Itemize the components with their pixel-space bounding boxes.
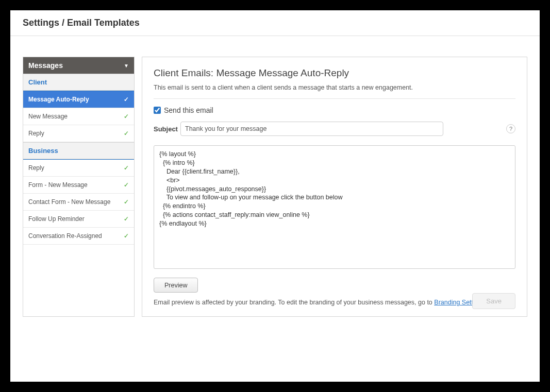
preview-button[interactable]: Preview [154,278,198,293]
check-icon: ✓ [124,164,129,172]
divider [154,98,515,99]
sidebar-item-label: Contact Form - New Message [28,198,110,206]
page-title: Settings / Email Templates [23,18,527,28]
send-email-checkbox[interactable] [154,107,161,114]
sidebar-item-label: Reply [28,164,44,172]
subject-input[interactable] [180,122,443,136]
check-icon: ✓ [124,130,129,137]
main-title: Client Emails: Message Message Auto-Repl… [154,67,515,79]
branding-note: Email preview is affected by your brandi… [154,299,515,306]
sidebar-item-label: Message Auto-Reply [28,96,89,103]
note-text: Email preview is affected by your brandi… [154,299,434,306]
send-email-label: Send this email [164,106,213,114]
sidebar-item-contact-form-new-message[interactable]: Contact Form - New Message ✓ [23,194,134,211]
main-panel: Client Emails: Message Message Auto-Repl… [142,57,527,317]
sidebar-item-label: Form - New Message [28,181,88,189]
check-icon: ✓ [124,113,129,120]
sidebar-item-label: Reply [28,130,44,137]
sidebar-category-business[interactable]: Business [23,142,134,159]
sidebar-header[interactable]: Messages ▼ [23,57,134,74]
subject-label: Subject [154,125,180,133]
check-icon: ✓ [124,215,129,223]
sidebar-item-follow-up-reminder[interactable]: Follow Up Reminder ✓ [23,211,134,228]
sidebar-item-new-message[interactable]: New Message ✓ [23,108,134,125]
sidebar-item-form-new-message[interactable]: Form - New Message ✓ [23,177,134,194]
sidebar-item-reply[interactable]: Reply ✓ [23,125,134,142]
check-icon: ✓ [124,232,129,240]
sidebar-item-label: Follow Up Reminder [28,215,85,223]
help-icon[interactable]: ? [506,124,515,133]
save-button[interactable]: Save [472,293,515,309]
sidebar-item-conversation-reassigned[interactable]: Conversation Re-Assigned ✓ [23,228,134,245]
check-icon: ✓ [124,181,129,189]
sidebar-item-message-auto-reply[interactable]: Message Auto-Reply ✓ [23,91,134,108]
sidebar-item-label: Conversation Re-Assigned [28,232,102,240]
sidebar: Messages ▼ Client Message Auto-Reply ✓ N… [23,57,135,317]
page-header: Settings / Email Templates [10,10,540,36]
main-description: This email is sent to a client when a cl… [154,84,515,91]
sidebar-item-label: New Message [28,113,68,120]
check-icon: ✓ [124,198,129,206]
sidebar-item-biz-reply[interactable]: Reply ✓ [23,160,134,177]
caret-down-icon: ▼ [124,63,129,69]
sidebar-title: Messages [28,61,63,70]
check-icon: ✓ [124,96,129,103]
sidebar-category-client[interactable]: Client [23,74,134,91]
template-editor[interactable] [154,145,515,269]
